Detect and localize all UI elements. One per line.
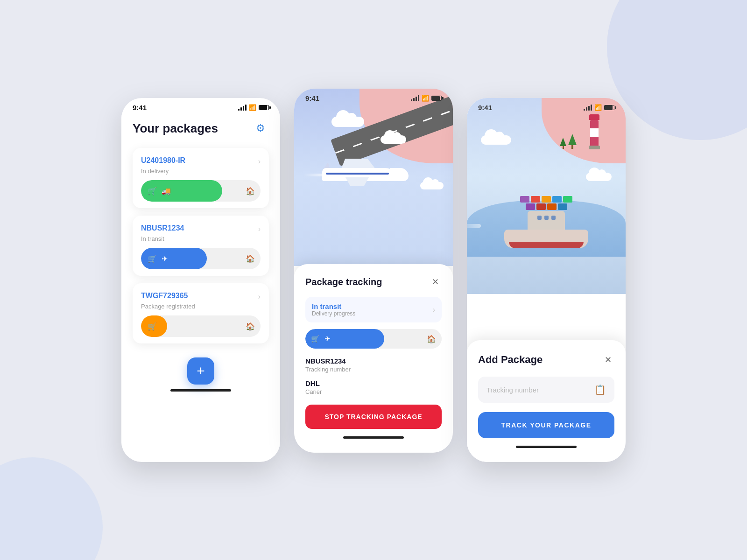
phone-1: 9:41 📶 Your packages ⚙ <box>121 98 280 462</box>
signal-bar <box>243 106 244 111</box>
ship-windows <box>528 211 565 220</box>
package-status-2: In transit <box>141 235 261 242</box>
home-bar-3 <box>516 446 577 448</box>
wifi-icon-3: 📶 <box>594 104 602 111</box>
container <box>531 196 540 203</box>
chevron-right-icon: › <box>258 157 261 166</box>
battery-icon-1 <box>259 105 269 110</box>
package-card-2[interactable]: NBUSR1234 › In transit 🛒 ✈ 🏠 <box>133 216 269 276</box>
status-time-3: 9:41 <box>478 104 492 112</box>
track-package-button[interactable]: TRACK YOUR PACKAGE <box>478 412 614 438</box>
ship-window <box>537 216 542 220</box>
signal-bars-3 <box>584 105 592 111</box>
wifi-icon-2: 📶 <box>422 95 429 102</box>
screen3-illustration <box>467 98 626 294</box>
add-sheet-header: Add Package ✕ <box>478 353 614 366</box>
ship-illustration <box>476 196 616 248</box>
plane-icon-mini: ✈ <box>324 335 331 343</box>
status-bar-1: 9:41 📶 <box>121 98 280 115</box>
container <box>542 196 551 203</box>
tracking-number-value: NBUSR1234 <box>305 357 442 365</box>
transit-status: In transit <box>312 302 355 310</box>
ship-trail <box>467 224 481 228</box>
cloud-3a <box>481 135 511 145</box>
tree-1 <box>560 138 566 149</box>
package-card-3[interactable]: TWGF729365 › Package registrated 🛒 🏠 <box>133 283 269 343</box>
package-id-2: NBUSR1234 <box>141 224 184 232</box>
battery-fill-2 <box>432 96 440 100</box>
status-time-1: 9:41 <box>133 104 147 112</box>
battery-fill-1 <box>259 105 267 110</box>
status-time-2: 9:41 <box>305 94 319 102</box>
signal-bar <box>238 109 240 111</box>
cloud-2 <box>381 135 406 144</box>
battery-icon-2 <box>431 96 442 101</box>
cart-icon-2: 🛒 <box>148 254 157 263</box>
truck-icon: 🚚 <box>162 187 171 196</box>
scan-icon: 📋 <box>594 384 606 395</box>
plane-stripe <box>326 173 389 175</box>
signal-bar <box>591 105 592 111</box>
tree-trunk <box>571 145 573 149</box>
plane-wing-bottom <box>345 177 369 186</box>
progress-fill-1: 🛒 🚚 <box>141 180 222 202</box>
add-package-button[interactable]: + <box>187 357 214 385</box>
container <box>552 196 562 203</box>
lighthouse-group <box>589 114 600 149</box>
tree-top <box>560 138 566 146</box>
lighthouse-base <box>589 146 600 149</box>
tree-trunk <box>563 146 564 149</box>
containers-mid <box>476 203 616 210</box>
plane-icon: ✈ <box>162 254 168 263</box>
settings-button[interactable]: ⚙ <box>252 120 269 137</box>
lighthouse-body <box>590 120 599 146</box>
close-sheet-button[interactable]: ✕ <box>429 275 442 288</box>
tracking-number-input[interactable]: Tracking number 📋 <box>478 377 614 403</box>
ship-superstructure <box>476 211 616 230</box>
home-bar-2 <box>343 436 404 439</box>
screen1-content: Your packages ⚙ U2401980-IR › In deliver… <box>121 115 280 456</box>
home-icon-2: 🏠 <box>246 254 255 263</box>
package-id-3: TWGF729365 <box>141 292 188 300</box>
chevron-right-icon-2: › <box>258 225 261 233</box>
tracking-number-label: Tracking number <box>305 366 442 373</box>
status-bar-3: 9:41 📶 <box>467 98 626 115</box>
add-package-sheet: Add Package ✕ Tracking number 📋 TRACK YO… <box>467 340 626 462</box>
tree-2 <box>568 134 577 149</box>
carrier-value: DHL <box>305 379 442 387</box>
status-icons-2: 📶 <box>411 95 442 102</box>
stop-tracking-button[interactable]: STOP TRACKING PACKAGE <box>305 405 442 429</box>
airplane-illustration <box>303 159 406 196</box>
container <box>526 203 535 210</box>
sheet-header: Package tracking ✕ <box>305 275 442 288</box>
cloud-3 <box>420 182 444 189</box>
package-card-header-2: NBUSR1234 › <box>141 224 261 233</box>
screens-container: 9:41 📶 Your packages ⚙ <box>121 98 626 462</box>
package-id-1: U2401980-IR <box>141 156 185 165</box>
carrier-label: Carier <box>305 388 442 395</box>
chevron-right-status: › <box>433 306 435 314</box>
package-card-1[interactable]: U2401980-IR › In delivery 🛒 🚚 🏠 <box>133 148 269 208</box>
signal-bar <box>588 106 590 111</box>
container <box>558 203 567 210</box>
cloud-3b <box>586 173 612 181</box>
signal-bar <box>240 107 242 111</box>
status-row[interactable]: In transit Delivery progress › <box>305 297 442 322</box>
package-status-3: Package registrated <box>141 303 261 310</box>
home-bar-1 <box>170 389 231 392</box>
lighthouse <box>589 114 600 149</box>
sheet-title: Package tracking <box>305 277 382 287</box>
carrier-row: DHL Carier <box>305 379 442 395</box>
package-card-header-3: TWGF729365 › <box>141 292 261 301</box>
close-add-sheet-button[interactable]: ✕ <box>601 353 614 366</box>
home-icon-3: 🏠 <box>246 322 255 331</box>
ship-window <box>544 216 549 220</box>
delivery-progress-label: Delivery progress <box>312 310 355 317</box>
plane-nose <box>390 168 409 181</box>
trees <box>560 134 577 149</box>
tracking-input-placeholder: Tracking number <box>486 386 539 394</box>
cloud-1 <box>331 117 364 127</box>
container <box>536 203 546 210</box>
progress-track-3: 🛒 🏠 <box>141 315 261 337</box>
battery-icon-3 <box>604 105 614 110</box>
